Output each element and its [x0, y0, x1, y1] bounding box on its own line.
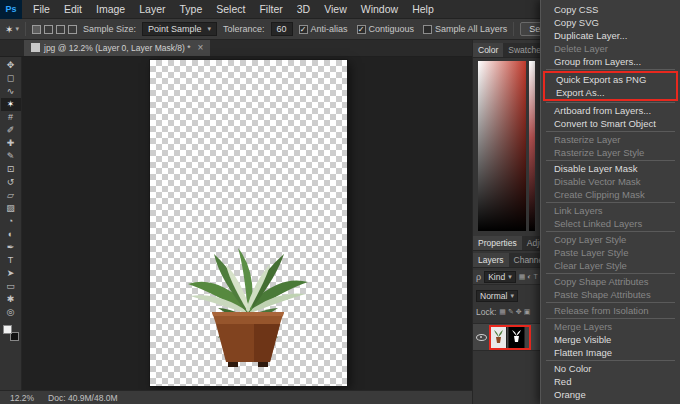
context-menu-item-merge-visible[interactable]: Merge Visible — [541, 333, 680, 346]
checkbox-box-icon: ✓ — [299, 25, 308, 34]
intersect-selection-icon[interactable] — [68, 25, 77, 34]
menu-item-3d[interactable]: 3D — [290, 3, 317, 15]
tab-channels[interactable]: Channels — [509, 253, 540, 267]
tab-layers[interactable]: Layers — [473, 253, 509, 267]
tab-color[interactable]: Color — [473, 43, 503, 57]
lock-pixels-icon[interactable]: ✎ — [508, 307, 514, 317]
context-menu-item-group-from-layers[interactable]: Group from Layers... — [541, 55, 680, 68]
context-menu-item-disable-layer-mask[interactable]: Disable Layer Mask — [541, 162, 680, 175]
new-selection-icon[interactable] — [32, 25, 41, 34]
canvas-area[interactable] — [22, 57, 472, 390]
lock-all-icon[interactable]: ▣ — [524, 307, 531, 317]
history-brush-tool[interactable]: ↺ — [1, 176, 21, 189]
context-menu-item-copy-svg[interactable]: Copy SVG — [541, 16, 680, 29]
color-picker-field[interactable] — [478, 61, 526, 231]
layers-tabs: LayersChannels — [473, 253, 540, 268]
menu-item-image[interactable]: Image — [89, 3, 132, 15]
path-select-tool[interactable]: ➤ — [1, 267, 21, 280]
context-menu-item-export-as[interactable]: Export As... — [545, 86, 676, 99]
color-tabs: ColorSwatches — [473, 43, 540, 58]
subtract-selection-icon[interactable] — [56, 25, 65, 34]
pen-tool[interactable]: ✒ — [1, 241, 21, 254]
menu-item-edit[interactable]: Edit — [57, 3, 89, 15]
zoom-level[interactable]: 12.2% — [10, 393, 34, 403]
marquee-tool[interactable]: ◻ — [1, 72, 21, 85]
gradient-tool[interactable]: ▨ — [1, 202, 21, 215]
active-tool-preview[interactable]: ✶ ▾ — [5, 24, 19, 35]
context-menu-item-link-layers: Link Layers — [541, 204, 680, 217]
tolerance-input[interactable]: 60 — [271, 22, 293, 36]
context-menu-item-quick-export-as-png[interactable]: Quick Export as PNG — [545, 73, 676, 86]
context-menu-item-create-clipping-mask: Create Clipping Mask — [541, 188, 680, 201]
foreground-color-swatch[interactable] — [3, 325, 12, 334]
context-menu-item-release-from-isolation: Release from Isolation — [541, 304, 680, 317]
chevron-down-icon: ▾ — [508, 273, 512, 281]
magic-wand-icon: ✶ — [5, 24, 13, 35]
crop-tool[interactable]: # — [1, 111, 21, 124]
context-menu-item-red[interactable]: Red — [541, 375, 680, 388]
context-menu-item-flatten-image[interactable]: Flatten Image — [541, 346, 680, 359]
document-tab-title: jpg @ 12.2% (Layer 0, Layer Mask/8) * — [44, 43, 191, 53]
sample-size-dropdown[interactable]: Point Sample ▾ — [142, 22, 217, 36]
filter-pixel-layers-icon[interactable]: ▦ — [519, 272, 526, 282]
checkbox-sample-all-layers[interactable]: Sample All Layers — [423, 24, 507, 34]
lock-row: Lock: ▦✎✥▣ — [473, 305, 540, 319]
dodge-tool[interactable]: ◐ — [1, 228, 21, 241]
color-ramp-slider[interactable] — [529, 61, 535, 231]
context-menu-separator — [546, 231, 675, 232]
menu-item-filter[interactable]: Filter — [252, 3, 289, 15]
clone-stamp-tool[interactable]: ⊡ — [1, 163, 21, 176]
add-selection-icon[interactable] — [44, 25, 53, 34]
color-swatch-widget[interactable] — [3, 325, 19, 341]
checkbox-anti-alias[interactable]: ✓Anti-alias — [299, 24, 348, 34]
menu-item-select[interactable]: Select — [209, 3, 252, 15]
type-tool[interactable]: T — [1, 254, 21, 267]
layer-visibility-eye-icon[interactable] — [475, 331, 488, 343]
menu-item-help[interactable]: Help — [405, 3, 441, 15]
lock-position-icon[interactable]: ✥ — [516, 307, 522, 317]
move-tool[interactable]: ✥ — [1, 59, 21, 72]
menu-item-view[interactable]: View — [317, 3, 354, 15]
layer-mask-thumbnail[interactable] — [509, 327, 524, 348]
hand-tool[interactable]: ✱ — [1, 293, 21, 306]
context-menu-item-artboard-from-layers[interactable]: Artboard from Layers... — [541, 104, 680, 117]
layer-thumbnail[interactable] — [491, 327, 506, 348]
blend-mode-dropdown[interactable]: Normal ▾ — [476, 290, 518, 302]
checkbox-label: Sample All Layers — [435, 24, 507, 34]
brush-tool[interactable]: ✎ — [1, 150, 21, 163]
healing-brush-tool[interactable]: ✚ — [1, 137, 21, 150]
lasso-tool[interactable]: ∿ — [1, 85, 21, 98]
zoom-tool[interactable]: ◎ — [1, 306, 21, 319]
eraser-tool[interactable]: ▱ — [1, 189, 21, 202]
close-tab-icon[interactable]: × — [198, 42, 204, 53]
filter-adjustment-layers-icon[interactable]: ◐ — [527, 272, 531, 282]
tab-adjustments[interactable]: Adjustments — [522, 236, 540, 250]
context-menu-item-rasterize-layer: Rasterize Layer — [541, 133, 680, 146]
context-menu-item-duplicate-layer[interactable]: Duplicate Layer... — [541, 29, 680, 42]
menu-item-layer[interactable]: Layer — [132, 3, 172, 15]
quick-selection-tool[interactable]: ✶ — [1, 98, 21, 111]
context-menu-item-copy-css[interactable]: Copy CSS — [541, 3, 680, 16]
menu-item-file[interactable]: File — [26, 3, 57, 15]
lock-transparency-icon[interactable]: ▦ — [499, 307, 506, 317]
tab-properties[interactable]: Properties — [473, 236, 522, 250]
context-menu-item-no-color[interactable]: No Color — [541, 362, 680, 375]
blur-tool[interactable]: ◔ — [1, 215, 21, 228]
layer-row[interactable] — [473, 323, 541, 351]
document-tab[interactable]: jpg @ 12.2% (Layer 0, Layer Mask/8) * × — [24, 39, 210, 56]
menu-item-type[interactable]: Type — [172, 3, 209, 15]
document-tab-bar: jpg @ 12.2% (Layer 0, Layer Mask/8) * × — [0, 40, 472, 57]
eyedropper-tool[interactable]: ✐ — [1, 124, 21, 137]
context-menu-item-convert-to-smart-object[interactable]: Convert to Smart Object — [541, 117, 680, 130]
kind-dropdown[interactable]: Kind ▾ — [484, 271, 516, 283]
shape-tool[interactable]: ▭ — [1, 280, 21, 293]
document-canvas[interactable] — [150, 60, 347, 386]
divider — [25, 22, 26, 36]
tab-swatches[interactable]: Swatches — [503, 43, 540, 57]
filter-type-layers-icon[interactable]: T — [534, 272, 538, 282]
context-menu-item-orange[interactable]: Orange — [541, 388, 680, 401]
context-menu-separator — [546, 273, 675, 274]
potted-plant-image — [166, 218, 330, 370]
checkbox-contiguous[interactable]: ✓Contiguous — [357, 24, 415, 34]
menu-item-window[interactable]: Window — [354, 3, 405, 15]
